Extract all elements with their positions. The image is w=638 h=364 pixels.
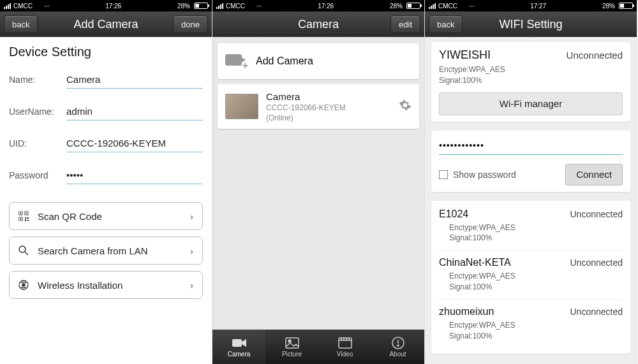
svg-point-21 bbox=[343, 339, 344, 339]
clock: 17:26 bbox=[318, 3, 334, 10]
tab-video[interactable]: Video bbox=[318, 330, 371, 364]
carrier-label: CMCC bbox=[13, 3, 33, 10]
wifi-icon bbox=[35, 3, 41, 9]
uid-label: UID: bbox=[9, 138, 66, 149]
camera-list-item[interactable]: Camera CCCC-192066-KEYEM (Online) bbox=[218, 84, 419, 129]
network-item[interactable]: zhuomeixun Unconnected Enctype:WPA_AES S… bbox=[439, 299, 623, 348]
tab-about[interactable]: About bbox=[371, 330, 424, 364]
qr-icon bbox=[19, 211, 29, 221]
signal-icon bbox=[216, 3, 223, 9]
video-icon bbox=[338, 337, 352, 349]
about-icon bbox=[391, 337, 405, 349]
battery-icon bbox=[619, 3, 633, 9]
network-signal: Signal:100% bbox=[439, 331, 623, 342]
name-input[interactable] bbox=[66, 71, 203, 89]
password-label: Password bbox=[9, 170, 66, 180]
status-bar: CMCC ··· 17:26 28% bbox=[0, 0, 212, 11]
svg-point-17 bbox=[288, 340, 291, 342]
svg-rect-8 bbox=[25, 219, 26, 221]
wireless-install-label: Wireless Installation bbox=[38, 280, 122, 291]
add-camera-row[interactable]: + Add Camera bbox=[218, 43, 419, 79]
checkbox-icon bbox=[439, 170, 448, 179]
svg-rect-14 bbox=[232, 339, 242, 347]
current-ssid: YIWEISHI bbox=[439, 48, 491, 62]
tab-about-label: About bbox=[389, 351, 406, 358]
show-password-checkbox[interactable]: Show password bbox=[439, 170, 516, 180]
wifi-icon bbox=[248, 3, 254, 9]
network-state: Unconnected bbox=[570, 258, 623, 268]
username-input[interactable] bbox=[66, 103, 203, 120]
tab-picture[interactable]: Picture bbox=[265, 330, 318, 364]
tab-camera-label: Camera bbox=[228, 351, 251, 358]
screen-camera-list: CMCC ··· 17:26 28% Camera edit + Add Cam… bbox=[212, 0, 425, 364]
done-button[interactable]: done bbox=[173, 15, 208, 33]
svg-point-20 bbox=[341, 339, 341, 339]
battery-pct: 28% bbox=[177, 3, 190, 10]
current-state: Unconnected bbox=[567, 50, 623, 61]
add-camera-icon: + bbox=[225, 53, 247, 69]
network-ssid: zhuomeixun bbox=[439, 306, 494, 317]
wifi-password-input[interactable] bbox=[439, 137, 623, 155]
status-bar: CMCC ··· 17:27 28% bbox=[425, 0, 637, 11]
status-bar: CMCC ··· 17:26 28% bbox=[212, 0, 424, 11]
screen-wifi-setting: CMCC ··· 17:27 28% back WIFI Setting YIW… bbox=[425, 0, 637, 364]
network-item[interactable]: E1024 Unconnected Enctype:WPA_AES Signal… bbox=[439, 207, 623, 251]
camera-uid: CCCC-192066-KEYEM bbox=[266, 103, 391, 112]
connect-button[interactable]: Connect bbox=[565, 164, 623, 186]
battery-icon bbox=[194, 3, 208, 9]
back-button[interactable]: back bbox=[4, 15, 38, 33]
svg-point-26 bbox=[397, 345, 399, 346]
svg-rect-3 bbox=[26, 212, 27, 214]
svg-line-11 bbox=[25, 252, 28, 255]
search-icon bbox=[19, 245, 29, 256]
camera-icon bbox=[232, 337, 246, 349]
network-item[interactable]: ChinaNet-KETA Unconnected Enctype:WPA_AE… bbox=[439, 250, 623, 299]
nav-bar: back Add Camera done bbox=[0, 11, 212, 37]
network-signal: Signal:100% bbox=[439, 233, 623, 244]
network-state: Unconnected bbox=[570, 307, 623, 317]
form-area: Device Setting Name: UserName: UID: Pass… bbox=[0, 37, 212, 364]
svg-rect-7 bbox=[27, 217, 29, 219]
chevron-right-icon: › bbox=[190, 211, 193, 222]
current-network-card: YIWEISHI Unconnected Enctype:WPA_AES Sig… bbox=[431, 42, 630, 122]
svg-point-10 bbox=[19, 246, 26, 252]
search-lan-button[interactable]: Search Camera from LAN › bbox=[9, 237, 203, 265]
battery-pct: 28% bbox=[390, 3, 403, 10]
back-button[interactable]: back bbox=[429, 15, 463, 33]
svg-rect-16 bbox=[286, 338, 299, 348]
network-ssid: E1024 bbox=[439, 208, 468, 220]
uid-input[interactable] bbox=[66, 135, 203, 152]
battery-pct: 28% bbox=[602, 3, 615, 10]
signal-icon bbox=[429, 3, 436, 9]
name-label: Name: bbox=[9, 75, 66, 85]
camera-status: (Online) bbox=[266, 113, 391, 122]
scan-qr-label: Scan QR Code bbox=[38, 211, 102, 222]
camera-name: Camera bbox=[266, 91, 391, 102]
tab-camera[interactable]: Camera bbox=[212, 330, 265, 364]
scan-qr-button[interactable]: Scan QR Code › bbox=[9, 202, 203, 230]
network-list: E1024 Unconnected Enctype:WPA_AES Signal… bbox=[431, 201, 630, 354]
network-enctype: Enctype:WPA_AES bbox=[439, 222, 623, 233]
gear-icon[interactable] bbox=[399, 99, 412, 115]
camera-thumbnail bbox=[225, 94, 258, 119]
svg-point-13 bbox=[22, 284, 25, 286]
svg-rect-6 bbox=[25, 217, 26, 219]
wifi-manager-button[interactable]: Wi-Fi manager bbox=[439, 92, 623, 115]
network-signal: Signal:100% bbox=[439, 282, 623, 293]
edit-button[interactable]: edit bbox=[390, 15, 420, 33]
section-title: Device Setting bbox=[9, 45, 203, 59]
username-label: UserName: bbox=[9, 106, 66, 117]
nav-bar: back WIFI Setting bbox=[425, 11, 637, 37]
svg-rect-9 bbox=[27, 220, 29, 221]
network-state: Unconnected bbox=[570, 209, 623, 219]
svg-rect-5 bbox=[20, 219, 21, 220]
wireless-install-button[interactable]: Wireless Installation › bbox=[9, 271, 203, 299]
password-input[interactable] bbox=[66, 166, 203, 184]
svg-marker-15 bbox=[242, 339, 246, 347]
status-dots: ··· bbox=[469, 3, 474, 10]
add-camera-label: Add Camera bbox=[256, 55, 313, 67]
password-card: Show password Connect bbox=[431, 131, 630, 192]
carrier-label: CMCC bbox=[438, 3, 457, 10]
show-password-label: Show password bbox=[453, 170, 516, 180]
search-lan-label: Search Camera from LAN bbox=[38, 245, 148, 256]
